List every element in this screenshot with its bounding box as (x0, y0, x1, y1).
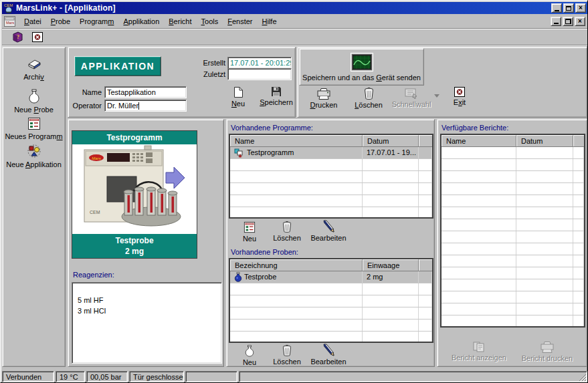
erstellt-field[interactable]: 17.07.01 - 20:01:29 (227, 57, 292, 69)
child-close-button[interactable]: × (575, 17, 585, 26)
empty-table-row[interactable] (442, 147, 584, 159)
menu-applikation[interactable]: Applikation (118, 15, 164, 27)
child-minimize-button[interactable] (551, 17, 561, 26)
menu-datei[interactable]: Datei (19, 15, 46, 27)
samples-table[interactable]: Bezeichnung Einwaage Testprobe 2 mg (229, 258, 433, 343)
empty-table-row[interactable] (442, 171, 584, 183)
book-icon (26, 58, 42, 71)
zuletzt-field[interactable] (227, 68, 292, 80)
empty-table-row[interactable] (442, 267, 584, 279)
samples-table-header[interactable]: Bezeichnung Einwaage (230, 259, 432, 271)
toolbar: ? (2, 29, 587, 45)
empty-table-row[interactable] (442, 243, 584, 255)
loeschen-button[interactable]: Löschen (349, 87, 388, 109)
exit-button[interactable]: Exit (444, 87, 476, 106)
empty-table-row[interactable] (442, 279, 584, 291)
programs-table-header[interactable]: Name Datum (230, 135, 432, 147)
samples-loeschen-button[interactable]: Löschen (268, 344, 306, 366)
menu-probe[interactable]: Probe (46, 15, 75, 27)
form-icon (243, 221, 256, 233)
reagent-line: 5 ml HF (78, 295, 216, 305)
empty-table-row[interactable] (442, 159, 584, 171)
exit-toolbar-icon[interactable] (30, 31, 45, 44)
empty-table-row[interactable] (442, 195, 584, 207)
sidebar-item-label: Neue Probe (14, 106, 54, 114)
bericht-anzeigen-button: Bericht anzeigen (447, 342, 511, 362)
form-icon (27, 117, 41, 130)
instrument-image: Mars CEM (72, 144, 197, 233)
speichern-button[interactable]: Speichern (258, 86, 295, 106)
programs-bearbeiten-button[interactable]: Bearbeiten (307, 220, 350, 242)
sample-row[interactable]: Testprobe 2 mg (230, 271, 432, 283)
sidebar-item-neue-probe[interactable]: Neue Probe (3, 89, 65, 114)
programs-neu-button[interactable]: Neu (236, 221, 263, 243)
empty-table-row[interactable] (442, 183, 584, 195)
help-book-icon[interactable]: ? (10, 31, 25, 44)
sidebar-item-archiv[interactable]: Archiv (3, 58, 65, 81)
schnellwahl-dropdown-arrow (434, 94, 439, 98)
empty-table-row[interactable] (442, 255, 584, 267)
sidebar-item-neue-applikation[interactable]: Neue Applikation (3, 144, 65, 168)
empty-table-row[interactable] (230, 283, 432, 295)
drucken-button[interactable]: Drucken (304, 88, 343, 109)
empty-table-row[interactable] (442, 315, 584, 328)
empty-table-row[interactable] (230, 320, 432, 332)
maximize-button[interactable] (563, 3, 574, 13)
empty-table-row[interactable] (230, 207, 432, 219)
program-row[interactable]: Testprogramm 17.07.01 - 19... (230, 147, 432, 159)
exit-icon (454, 87, 465, 97)
menu-hilfe[interactable]: Hilfe (258, 15, 282, 27)
operator-field[interactable]: Dr. Müller (104, 100, 187, 112)
menu-fenster[interactable]: Fenster (223, 15, 257, 27)
menu-tools[interactable]: Tools (197, 15, 223, 27)
menu-bericht[interactable]: Bericht (164, 15, 196, 27)
reports-label: Verfügbare Berichte: (442, 124, 508, 132)
empty-table-row[interactable] (230, 332, 432, 343)
report-view-icon (473, 342, 485, 352)
empty-table-row[interactable] (442, 303, 584, 315)
operator-label: Operator (71, 102, 102, 110)
child-restore-button[interactable] (563, 17, 573, 26)
minimize-button[interactable] (551, 3, 562, 13)
neu-button[interactable]: Neu (223, 86, 253, 108)
pencil-icon (322, 220, 335, 233)
program-preview-box: Testprogramm Mars CEM (72, 130, 197, 259)
svg-text:?: ? (17, 34, 19, 40)
empty-table-row[interactable] (230, 159, 432, 171)
samples-label: Vorhandene Proben: (231, 248, 298, 256)
sidebar-item-neues-programm[interactable]: Neues Programm (3, 117, 65, 140)
empty-table-row[interactable] (230, 183, 432, 195)
empty-table-row[interactable] (442, 231, 584, 243)
device-actions-panel: Speichern und an das Gerät senden Drucke… (297, 47, 587, 118)
empty-table-row[interactable] (230, 295, 432, 307)
close-button[interactable]: × (575, 3, 586, 13)
erstellt-label: Erstellt (192, 59, 225, 67)
name-field[interactable]: Testapplikation (104, 86, 187, 98)
samples-neu-button[interactable]: Neu (236, 345, 263, 366)
titlebar: CEM MarsLink+ - [Applikation] × (2, 2, 587, 14)
empty-table-row[interactable] (230, 171, 432, 183)
reports-panel: Verfügbare Berichte: Name Datum Bericht … (437, 119, 587, 367)
reports-table-header[interactable]: Name Datum (442, 135, 584, 147)
reports-table[interactable]: Name Datum (440, 134, 585, 328)
preview-sample-name: Testprobe (72, 235, 197, 246)
empty-table-row[interactable] (230, 307, 432, 320)
empty-table-row[interactable] (442, 291, 584, 303)
programs-loeschen-button[interactable]: Löschen (268, 221, 306, 242)
reagent-list[interactable]: 5 ml HF 3 ml HCl (72, 282, 222, 364)
empty-table-row[interactable] (230, 195, 432, 207)
text-caret (138, 102, 139, 110)
reagenzien-label: Reagenzien: (73, 271, 114, 279)
menu-programm[interactable]: Programm (75, 15, 118, 27)
bericht-drucken-button: Bericht drucken (515, 342, 579, 362)
resize-grip[interactable] (578, 373, 587, 382)
empty-table-row[interactable] (442, 207, 584, 219)
programs-table[interactable]: Name Datum Testprogramm 17.07. (229, 134, 433, 219)
send-to-device-button[interactable]: Speichern und an das Gerät senden (299, 48, 424, 86)
program-preview-panel: Testprogramm Mars CEM (68, 119, 224, 367)
samples-bearbeiten-button[interactable]: Bearbeiten (307, 344, 350, 366)
shapes-icon (26, 144, 42, 158)
empty-table-row[interactable] (442, 219, 584, 231)
status-pressure: 00,05 bar (86, 371, 128, 382)
app-logo-icon: CEM (3, 3, 14, 13)
